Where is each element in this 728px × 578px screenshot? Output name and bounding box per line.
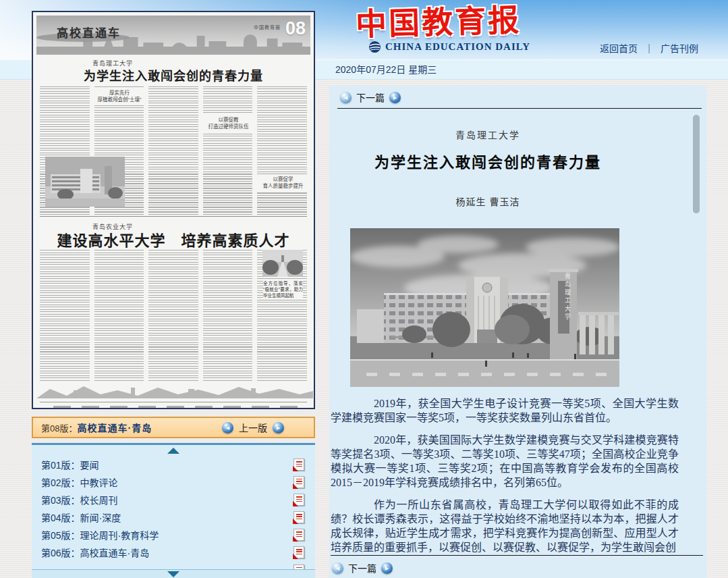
scan-footer-rule [40, 402, 307, 402]
next-article-link[interactable]: 下一篇 [348, 561, 376, 575]
pdf-icon[interactable] [293, 458, 304, 471]
next-edition-icon[interactable] [273, 422, 284, 434]
article-nav-bottom: 下一篇 [332, 561, 393, 575]
edition-bar: 第08版： 高校直通车·青岛 上一版 [32, 417, 315, 438]
article-photo: 青岛理工大学 [350, 228, 619, 387]
article-divider-top [337, 108, 702, 109]
home-link[interactable]: 返回首页 [600, 41, 638, 55]
simulated-text-column [203, 250, 253, 382]
edition-nav: 上一版 [222, 421, 284, 434]
simulated-text-column [203, 86, 253, 217]
article-authors: 杨延生 曹玉洁 [329, 194, 646, 208]
section-link[interactable]: 第04版：新闻·深度 [41, 510, 293, 524]
simulated-text-column [148, 86, 198, 217]
photo-pillar-text: 青岛理工大学 [563, 273, 572, 321]
scan-article1-subhead2: 以赛促教 打造过硬师资队伍 [201, 115, 256, 132]
site-logo-chinese: 中国教育报 [355, 0, 522, 44]
scan-article2-headline: 建设高水平大学 培养高素质人才 [33, 228, 314, 250]
section-link[interactable]: 第01版：要闻 [41, 458, 293, 471]
scan-masthead: 高校直通车 中国教育报 08 [36, 16, 310, 55]
pdf-icon[interactable] [293, 494, 304, 506]
edition-title: 高校直通车·青岛 [77, 421, 152, 434]
section-link[interactable]: 第02版：中教评论 [41, 475, 293, 489]
sections-scroll-up[interactable] [32, 445, 315, 456]
site-logo-subtitle-text: CHINA EDUCATION DAILY [385, 41, 530, 53]
scan-masthead-title: 高校直通车 [57, 24, 121, 41]
scan-article-divider [40, 216, 307, 217]
section-item: 第05版：理论周刊·教育科学 [32, 526, 315, 544]
simulated-text-column [94, 250, 144, 382]
simulated-text-column [40, 250, 90, 382]
edition-number: 第08版： [41, 421, 77, 434]
next-article-link[interactable]: 下一篇 [356, 90, 385, 104]
scan-footer-text [53, 406, 304, 408]
section-link[interactable]: 第05版：理论周刊·教育科学 [41, 528, 293, 542]
newspaper-page-preview[interactable]: 高校直通车 中国教育报 08 [32, 11, 315, 409]
site-logo-subtitle: CHINA EDUCATION DAILY [368, 41, 530, 53]
article-panel: 下一篇 青岛理工大学 为学生注入敢闯会创的青春力量 杨延生 曹玉洁 [329, 86, 707, 578]
scan-page-number: 08 [285, 18, 306, 39]
article-paragraph: 2019年，获全国大学生电子设计竞赛一等奖5项、全国大学生数学建模竞赛国家一等奖… [331, 396, 679, 425]
scan-article1-subhead1: 厚实先行 厚植敢闯会创“土壤” [92, 88, 146, 105]
article-title: 为学生注入敢闯会创的青春力量 [329, 150, 646, 172]
article-paragraph: 2020年，获美国国际大学生数学建模竞赛与交叉学科建模竞赛特等奖提名3项、一等奖… [331, 433, 679, 490]
scan-avenue-photo [262, 250, 303, 277]
section-link[interactable]: 第03版：校长周刊 [41, 493, 293, 506]
pdf-icon[interactable] [293, 546, 304, 558]
article-divider-bottom [331, 555, 703, 556]
scroll-down-icon[interactable] [167, 571, 179, 577]
scan-campus-photo [45, 157, 125, 207]
pdf-icon[interactable] [293, 476, 304, 488]
section-link[interactable]: 第06版：高校直通车·青岛 [41, 546, 293, 559]
scan-masthead-logo: 中国教育报 [254, 24, 281, 30]
campus-photo-illustration [350, 228, 619, 387]
prev-article-icon[interactable] [340, 92, 352, 103]
sections-scroll-down[interactable] [32, 569, 315, 578]
article-nav-top: 下一篇 [340, 90, 401, 104]
prev-edition-icon[interactable] [222, 422, 233, 434]
section-item: 第04版：新闻·深度 [32, 508, 315, 526]
header-links: 返回首页 ｜ 广告刊例 [600, 41, 698, 55]
prev-article-icon[interactable] [332, 562, 343, 574]
section-item: 第06版：高校直通车·青岛 [32, 544, 315, 561]
sections-list: 第01版：要闻 第02版：中教评论 第03版：校长周刊 第04版：新闻·深度 第… [32, 443, 315, 578]
next-article-icon[interactable] [389, 92, 401, 103]
section-item: 第01版：要闻 [32, 456, 315, 473]
scan-article1-headline: 为学生注入敢闯会创的青春力量 [33, 66, 314, 84]
article-body: 2019年，获全国大学生电子设计竞赛一等奖5项、全国大学生数学建模竞赛国家一等奖… [331, 396, 679, 554]
newspaper-scan: 高校直通车 中国教育报 08 [33, 12, 314, 408]
article-scrollbar[interactable] [693, 115, 700, 213]
scan-photo-caption: 全方位指导，落实“稳就业”要求，助力毕业生顺风起航 [263, 280, 303, 298]
section-item: 第02版：中教评论 [32, 473, 315, 491]
pdf-icon[interactable] [293, 529, 304, 541]
article-kicker: 青岛理工大学 [329, 128, 646, 141]
scan-article1-subhead3: 以赛促学 育人质量稳步提升 [255, 174, 311, 191]
pdf-icon[interactable] [293, 511, 304, 523]
advertising-link[interactable]: 广告刊例 [661, 41, 698, 55]
simulated-text-column [148, 250, 198, 382]
section-item: 第03版：校长周刊 [32, 491, 315, 508]
scroll-up-icon[interactable] [167, 448, 179, 454]
scan-bottom-skyline [36, 381, 313, 398]
globe-icon [368, 41, 381, 53]
link-separator: ｜ [644, 41, 654, 55]
next-article-icon[interactable] [381, 562, 393, 574]
simulated-text-column [257, 86, 307, 217]
prev-edition-link[interactable]: 上一版 [239, 421, 267, 434]
article-paragraph: 作为一所山东省属高校，青岛理工大学何以取得如此不菲的成绩？校长谭秀森表示，这得益… [331, 498, 679, 554]
